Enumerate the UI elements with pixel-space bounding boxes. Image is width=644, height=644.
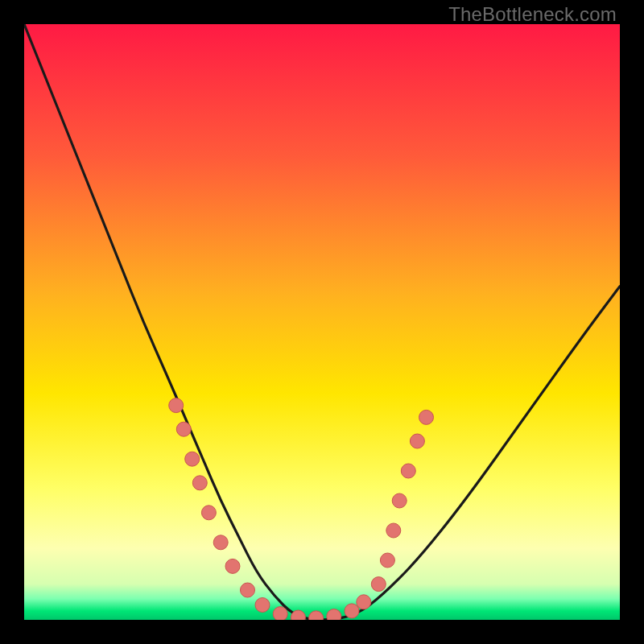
curve-marker [185, 452, 200, 466]
curve-marker [225, 559, 240, 573]
curve-marker [327, 609, 341, 620]
curve-marker [213, 535, 228, 550]
curve-marker [410, 434, 424, 448]
curve-marker [241, 583, 255, 597]
curve-marker [386, 523, 401, 538]
bottleneck-curve-plot [24, 24, 620, 620]
curve-marker [357, 595, 371, 609]
curve-marker [192, 476, 207, 490]
curve-marker [176, 422, 191, 436]
bottleneck-curve [24, 24, 620, 620]
curve-marker [273, 607, 287, 620]
curve-marker [255, 598, 270, 613]
curve-marker [201, 506, 216, 520]
curve-marker [419, 410, 434, 424]
curve-marker [309, 611, 324, 620]
curve-marker [380, 553, 394, 568]
curve-marker [401, 464, 415, 478]
curve-marker [169, 398, 184, 413]
curve-marker [371, 577, 386, 592]
watermark-text: TheBottleneck.com [448, 3, 617, 26]
curve-marker [345, 604, 359, 618]
curve-markers [169, 398, 434, 620]
chart-frame [24, 24, 620, 620]
curve-marker [392, 493, 407, 508]
